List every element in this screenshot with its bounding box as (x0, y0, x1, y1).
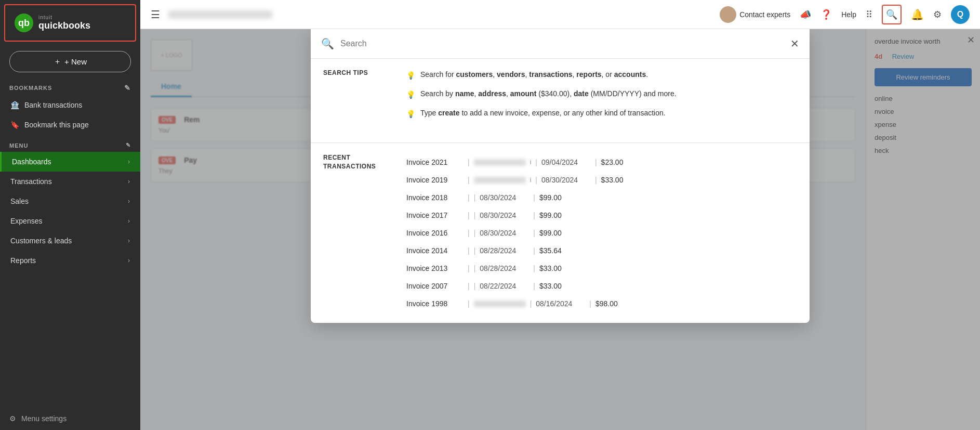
chevron-right-icon: › (128, 257, 130, 264)
transaction-row[interactable]: Invoice 2021|i|09/04/2024|$23.00 (406, 153, 797, 171)
txn-divider-2: | (474, 193, 476, 202)
sidebar-item-bank-transactions[interactable]: 🏦 Bank transactions (0, 95, 140, 115)
tip-2-text: Search by name, address, amount ($340.00… (420, 88, 677, 99)
contact-experts[interactable]: Contact experts (720, 6, 790, 23)
menu-settings[interactable]: ⚙ Menu settings (0, 407, 140, 430)
chevron-right-icon: › (128, 198, 130, 205)
txn-divider-3: | (595, 176, 597, 184)
new-button[interactable]: ＋ + New (9, 51, 131, 72)
menu-section-header: MENU ✎ (0, 135, 140, 152)
txn-date: 08/30/2024 (480, 193, 529, 202)
transaction-row[interactable]: Invoice 2014||08/28/2024|$35.64 (406, 242, 797, 259)
breadcrumb (168, 10, 711, 19)
transaction-row[interactable]: Invoice 2016||08/30/2024|$99.00 (406, 224, 797, 242)
txn-date: 08/30/2024 (541, 176, 591, 184)
txn-date: 09/04/2024 (541, 158, 591, 166)
txn-name: Invoice 2017 (406, 211, 463, 219)
chevron-right-icon: › (128, 178, 130, 185)
tip-1: 💡 Search for customers, vendors, transac… (406, 69, 797, 81)
txn-divider: | (468, 193, 470, 202)
txn-divider: | (468, 282, 470, 290)
txn-name: Invoice 2013 (406, 264, 463, 272)
recent-transactions-label: RECENTTRANSACTIONS (323, 153, 386, 171)
txn-divider-2: | (474, 246, 476, 255)
transaction-row[interactable]: Invoice 2019|i|08/30/2024|$33.00 (406, 171, 797, 189)
menu-edit-icon[interactable]: ✎ (126, 142, 131, 149)
chevron-right-icon: › (128, 237, 130, 244)
quickbooks-label: quickbooks (38, 20, 90, 31)
sidebar-item-label: Dashboards (12, 158, 51, 166)
recent-label-col: RECENTTRANSACTIONS (323, 153, 386, 312)
sidebar-item-expenses[interactable]: Expenses › (0, 211, 140, 231)
transaction-row[interactable]: Invoice 2018||08/30/2024|$99.00 (406, 189, 797, 206)
txn-name: Invoice 2019 (406, 176, 463, 184)
bulb-icon-2: 💡 (406, 89, 415, 100)
txn-divider: | (468, 229, 470, 237)
megaphone-icon[interactable]: 📣 (800, 9, 811, 20)
search-input[interactable] (340, 39, 784, 48)
txn-amount: $99.00 (539, 229, 562, 237)
search-icon: 🔍 (321, 37, 334, 50)
transaction-row[interactable]: Invoice 1998||08/16/2024|$98.00 (406, 295, 797, 312)
txn-divider-2: | (530, 299, 532, 308)
txn-date: 08/28/2024 (480, 264, 529, 272)
txn-divider-2: | (474, 282, 476, 290)
hamburger-icon[interactable]: ☰ (151, 8, 160, 21)
sidebar-item-dashboards[interactable]: Dashboards › (0, 152, 140, 172)
search-tips-section: SEARCH TIPS 💡 Search for customers, vend… (311, 59, 810, 137)
close-search-icon[interactable]: ✕ (790, 37, 799, 50)
bookmarks-label: BOOKMARKS (9, 85, 52, 91)
sidebar-item-reports[interactable]: Reports › (0, 251, 140, 270)
sidebar-item-customers-leads[interactable]: Customers & leads › (0, 231, 140, 251)
txn-date: 08/30/2024 (480, 229, 529, 237)
menu-label: MENU (9, 142, 28, 149)
search-divider (311, 142, 810, 143)
txn-divider: | (468, 176, 470, 184)
search-tips-label-col: SEARCH TIPS (323, 69, 386, 127)
txn-name: Invoice 2018 (406, 193, 463, 202)
txn-amount: $33.00 (539, 282, 562, 290)
bell-icon[interactable]: 🔔 (911, 8, 924, 21)
main-content: ☰ Contact experts 📣 ❓ Help ⠿ 🔍 🔔 ⚙ Q + L… (140, 0, 980, 430)
tip-3-text: Type create to add a new invoice, expens… (420, 108, 666, 119)
sidebar-item-bookmark-page[interactable]: 🔖 Bookmark this page (0, 115, 140, 135)
topnav-actions: Contact experts 📣 ❓ Help ⠿ 🔍 🔔 ⚙ Q (720, 5, 970, 24)
search-tips-heading: SEARCH TIPS (323, 69, 386, 76)
sidebar-item-transactions[interactable]: Transactions › (0, 172, 140, 191)
txn-divider: | (468, 264, 470, 272)
txn-i-label: i (530, 176, 532, 184)
txn-divider-2: | (474, 211, 476, 219)
transaction-row[interactable]: Invoice 2013||08/28/2024|$33.00 (406, 259, 797, 277)
bookmark-icon: 🔖 (10, 121, 19, 129)
txn-name: Invoice 2016 (406, 229, 463, 237)
transaction-row[interactable]: Invoice 2017||08/30/2024|$99.00 (406, 206, 797, 224)
txn-divider-3: | (533, 282, 535, 290)
txn-date: 08/30/2024 (480, 211, 529, 219)
quickbooks-logo-icon: qb (15, 14, 33, 32)
search-button[interactable]: 🔍 (882, 5, 902, 24)
chevron-right-icon: › (128, 217, 130, 225)
transaction-row[interactable]: Invoice 2007||08/22/2024|$33.00 (406, 277, 797, 295)
bookmarks-edit-icon[interactable]: ✎ (124, 84, 131, 92)
search-tips-content: 💡 Search for customers, vendors, transac… (406, 69, 797, 127)
txn-amount: $35.64 (539, 246, 562, 255)
tip-1-text: Search for customers, vendors, transacti… (420, 69, 648, 80)
chevron-right-icon: › (128, 158, 130, 165)
sidebar-item-label: Expenses (10, 217, 42, 225)
txn-date: 08/22/2024 (480, 282, 529, 290)
txn-amount: $98.00 (595, 299, 618, 308)
txn-divider-3: | (533, 193, 535, 202)
txn-amount: $33.00 (539, 264, 562, 272)
txn-divider-3: | (533, 264, 535, 272)
txn-divider-3: | (533, 246, 535, 255)
sidebar-item-sales[interactable]: Sales › (0, 191, 140, 211)
menu-settings-label: Menu settings (21, 414, 67, 423)
sidebar-item-label: Sales (10, 197, 29, 205)
txn-name: Invoice 2021 (406, 158, 463, 166)
help-icon[interactable]: ❓ (820, 9, 832, 20)
txn-date: 08/16/2024 (536, 299, 585, 308)
txn-customer (474, 301, 526, 307)
user-avatar[interactable]: Q (951, 5, 970, 24)
grid-icon[interactable]: ⠿ (866, 9, 872, 20)
settings-icon[interactable]: ⚙ (933, 9, 942, 20)
